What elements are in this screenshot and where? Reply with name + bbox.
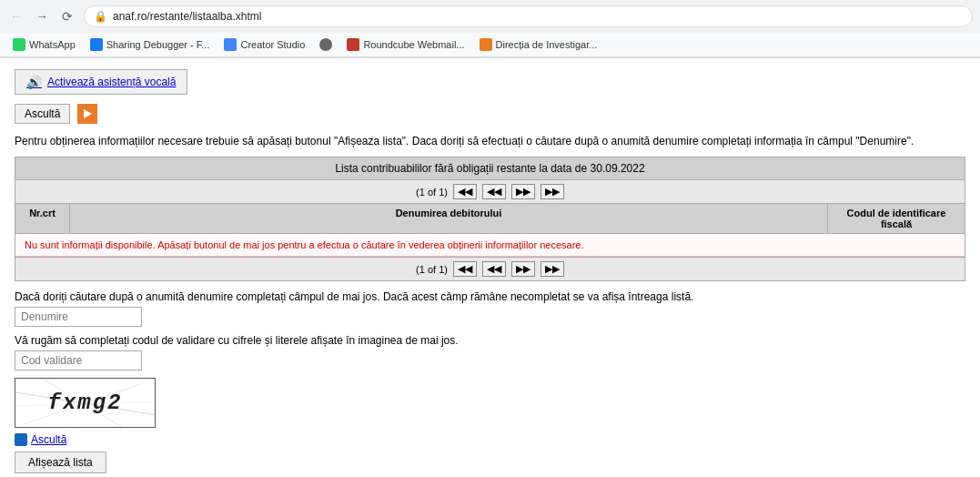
first-page-button-bottom[interactable]: ◀◀ [453, 261, 477, 277]
bookmarks-bar: WhatsApp Sharing Debugger - F... Creator… [0, 33, 980, 57]
roundcube-icon [347, 38, 359, 51]
listen-button[interactable]: Ascultă [15, 104, 70, 124]
info-text: Pentru obținerea informațiilor necesare … [15, 133, 965, 149]
next-page-button[interactable]: ▶▶ [511, 184, 535, 199]
pagination-top: (1 of 1) ◀◀ ◀◀ ▶▶ ▶▶ [15, 180, 965, 204]
speaker-small-icon [15, 433, 27, 446]
next-page-button-bottom[interactable]: ▶▶ [511, 261, 535, 277]
bookmark-creator[interactable]: Creator Studio [218, 36, 310, 53]
vocal-button[interactable]: 🔊 Activează asistență vocală [15, 69, 187, 95]
directia-icon [480, 38, 492, 51]
pagination-bottom: (1 of 1) ◀◀ ◀◀ ▶▶ ▶▶ [15, 257, 965, 280]
bookmark-directia-label: Direcția de Investigar... [496, 39, 598, 50]
lock-icon: 🔒 [94, 10, 107, 23]
col-cod-header: Codul de identificare fiscală [828, 204, 965, 233]
forward-button[interactable]: → [33, 7, 51, 25]
search-form: Dacă doriți căutare după o anumită denum… [15, 290, 965, 473]
page-content: 🔊 Activează asistență vocală Ascultă Pen… [0, 58, 980, 477]
captcha-text: fxmg2 [47, 391, 122, 415]
last-page-button-bottom[interactable]: ▶▶ [541, 261, 564, 277]
browser-chrome: ← → ⟳ 🔒 anaf.ro/restante/listaalba.xhtml… [0, 0, 980, 58]
address-bar[interactable]: 🔒 anaf.ro/restante/listaalba.xhtml [84, 5, 973, 27]
bookmark-facebook[interactable]: Sharing Debugger - F... [85, 36, 216, 53]
bookmark-directia[interactable]: Direcția de Investigar... [474, 36, 603, 53]
last-page-button[interactable]: ▶▶ [541, 184, 564, 199]
play-button[interactable] [77, 104, 97, 124]
pagination-top-label: (1 of 1) [416, 187, 448, 198]
bookmark-whatsapp[interactable]: WhatsApp [7, 36, 81, 53]
bookmark-facebook-label: Sharing Debugger - F... [106, 39, 210, 50]
vocal-button-label: Activează asistență vocală [47, 76, 176, 88]
prev-page-button-bottom[interactable]: ◀◀ [482, 261, 506, 277]
col-denumire-header: Denumirea debitorului [70, 204, 828, 233]
url-text: anaf.ro/restante/listaalba.xhtml [113, 10, 261, 23]
listen-row: Ascultă [15, 104, 965, 124]
creator-icon [224, 38, 237, 51]
table-header: Lista contribuabililor fără obligații re… [15, 157, 965, 180]
listen-small-row: Ascultă [15, 433, 965, 446]
afiseaza-label: Afișează lista [28, 456, 93, 469]
play-icon [84, 109, 92, 118]
globe-icon [319, 38, 332, 51]
pagination-bottom-label: (1 of 1) [416, 264, 448, 275]
reload-button[interactable]: ⟳ [58, 7, 76, 25]
back-button[interactable]: ← [7, 7, 25, 25]
bookmark-whatsapp-label: WhatsApp [29, 39, 76, 50]
bookmark-roundcube[interactable]: Roundcube Webmail... [341, 36, 470, 53]
data-table: Lista contribuabililor fără obligații re… [15, 157, 965, 281]
afiseaza-button[interactable]: Afișează lista [15, 452, 106, 473]
captcha-label: Vă rugăm să completați codul de validare… [15, 334, 965, 347]
column-headers: Nr.crt Denumirea debitorului Codul de id… [15, 204, 965, 234]
browser-nav: ← → ⟳ 🔒 anaf.ro/restante/listaalba.xhtml [0, 0, 980, 33]
denumire-input[interactable] [15, 307, 142, 327]
bookmark-roundcube-label: Roundcube Webmail... [363, 39, 464, 50]
first-page-button[interactable]: ◀◀ [453, 184, 477, 199]
prev-page-button[interactable]: ◀◀ [482, 184, 506, 199]
col-nr-header: Nr.crt [15, 204, 70, 233]
speaker-icon: 🔊 [26, 75, 42, 89]
search-form-label: Dacă doriți căutare după o anumită denum… [15, 290, 965, 303]
listen-small-link[interactable]: Ascultă [31, 433, 66, 446]
cod-validare-input[interactable] [15, 350, 142, 370]
bookmark-creator-label: Creator Studio [240, 39, 305, 50]
bookmark-globe[interactable] [314, 36, 338, 53]
facebook-icon [90, 38, 103, 51]
listen-label: Ascultă [25, 107, 60, 120]
whatsapp-icon [13, 38, 25, 51]
captcha-image: fxmg2 [15, 378, 156, 428]
error-message: Nu sunt informații disponibile. Apăsați … [15, 234, 965, 257]
